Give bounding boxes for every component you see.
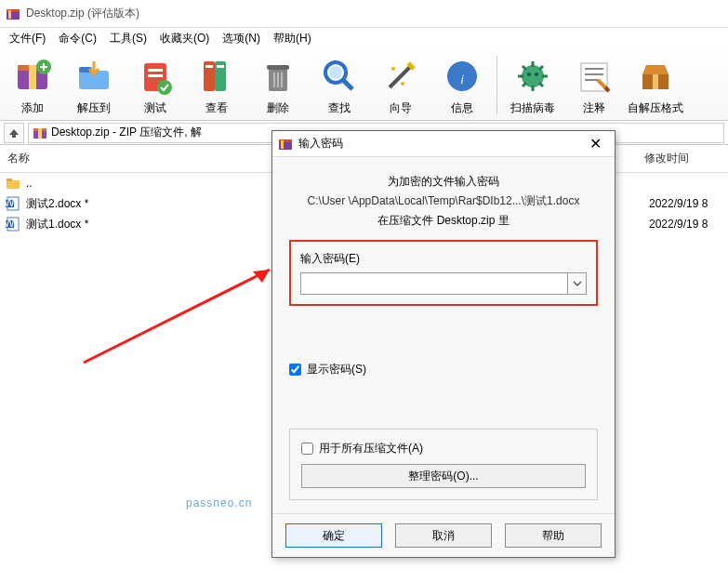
svg-rect-10 <box>148 69 163 72</box>
window-titlebar: Desktop.zip (评估版本) <box>0 0 728 28</box>
svg-point-29 <box>527 73 531 76</box>
svg-point-24 <box>391 67 395 71</box>
up-button[interactable] <box>4 123 24 143</box>
svg-rect-2 <box>8 10 11 19</box>
menu-bar: 文件(F) 命令(C) 工具(S) 收藏夹(O) 选项(N) 帮助(H) <box>0 28 728 48</box>
tool-find[interactable]: 查找 <box>309 52 369 118</box>
dialog-path: C:\User \AppData\Local\Temp\Rar$DIb12...… <box>289 193 598 209</box>
svg-rect-11 <box>148 74 163 77</box>
menu-command[interactable]: 命令(C) <box>53 29 102 48</box>
tool-virus-scan[interactable]: 扫描病毒 <box>502 52 563 118</box>
view-icon <box>194 54 239 99</box>
svg-point-25 <box>401 82 404 86</box>
close-button[interactable]: ✕ <box>581 135 609 152</box>
svg-rect-16 <box>217 65 224 68</box>
help-button[interactable]: 帮助 <box>505 523 602 548</box>
sfx-icon <box>633 54 678 99</box>
show-password-checkbox[interactable]: 显示密码(S) <box>289 362 598 377</box>
folder-icon <box>6 176 20 191</box>
test-icon <box>133 54 178 99</box>
use-all-checkbox[interactable]: 用于所有压缩文件(A) <box>301 441 586 456</box>
chevron-down-icon <box>573 279 582 288</box>
watermark: passneo.cn <box>186 496 252 509</box>
add-icon <box>10 54 55 99</box>
dialog-heading: 为加密的文件输入密码 <box>289 174 598 190</box>
svg-rect-5 <box>29 65 36 89</box>
app-icon <box>6 7 20 21</box>
use-all-check[interactable] <box>301 443 313 455</box>
docx-icon: W <box>6 217 20 231</box>
show-password-check[interactable] <box>289 364 301 376</box>
tool-info[interactable]: i 信息 <box>431 52 492 118</box>
file-mtime: 2022/9/19 8 <box>649 197 722 210</box>
svg-rect-21 <box>281 73 283 87</box>
file-mtime: 2022/9/19 8 <box>649 218 722 231</box>
menu-help[interactable]: 帮助(H) <box>268 29 317 48</box>
svg-text:W: W <box>6 217 15 230</box>
svg-point-12 <box>157 80 172 95</box>
docx-icon: W <box>6 196 20 211</box>
svg-marker-49 <box>253 270 270 283</box>
menu-tools[interactable]: 工具(S) <box>104 29 152 48</box>
password-dialog: 输入密码 ✕ 为加密的文件输入密码 C:\User \AppData\Local… <box>271 130 615 558</box>
find-icon <box>317 54 362 99</box>
app-icon <box>278 137 293 152</box>
password-dropdown[interactable] <box>568 272 587 295</box>
tool-add[interactable]: 添加 <box>2 52 62 118</box>
svg-rect-38 <box>7 179 12 181</box>
dialog-buttons: 确定 取消 帮助 <box>272 513 615 557</box>
svg-rect-18 <box>267 65 289 70</box>
cancel-button[interactable]: 取消 <box>395 523 492 548</box>
tool-delete[interactable]: 删除 <box>247 52 308 118</box>
tool-comment[interactable]: 注释 <box>563 52 624 118</box>
window-title: Desktop.zip (评估版本) <box>26 6 139 21</box>
extract-icon <box>72 54 116 99</box>
wizard-icon <box>378 54 423 99</box>
ok-button[interactable]: 确定 <box>285 523 382 548</box>
svg-rect-33 <box>653 74 658 89</box>
menu-options[interactable]: 选项(N) <box>217 29 266 48</box>
dialog-archive-line: 在压缩文件 Desktop.zip 里 <box>289 213 598 229</box>
dialog-title: 输入密码 <box>298 136 581 152</box>
col-mtime[interactable]: 修改时间 <box>637 145 728 172</box>
toolbar: 添加 解压到 测试 查看 删除 查找 向导 <box>0 48 728 121</box>
info-icon: i <box>440 54 484 99</box>
svg-line-48 <box>84 270 270 363</box>
highlight-box: 输入密码(E) <box>289 240 598 306</box>
svg-rect-47 <box>281 140 284 149</box>
tool-view[interactable]: 查看 <box>186 52 246 118</box>
delete-icon <box>256 54 300 99</box>
menu-favorites[interactable]: 收藏夹(O) <box>154 29 215 48</box>
svg-text:W: W <box>6 196 15 209</box>
options-group: 用于所有压缩文件(A) 整理密码(O)... <box>289 429 598 500</box>
svg-rect-36 <box>38 128 42 139</box>
virus-icon <box>510 54 555 99</box>
tool-extract-to[interactable]: 解压到 <box>63 52 124 118</box>
password-input[interactable] <box>300 272 568 295</box>
svg-point-30 <box>535 73 538 76</box>
annotation-arrow <box>74 251 288 381</box>
tool-test[interactable]: 测试 <box>125 52 185 118</box>
archive-icon <box>33 126 47 140</box>
dialog-titlebar: 输入密码 ✕ <box>272 131 615 157</box>
password-label: 输入密码(E) <box>300 251 587 267</box>
path-text: Desktop.zip - ZIP 压缩文件, 解 <box>51 125 202 140</box>
tool-wizard[interactable]: 向导 <box>370 52 430 118</box>
organize-passwords-button[interactable]: 整理密码(O)... <box>301 464 586 488</box>
svg-point-23 <box>329 66 342 79</box>
tool-sfx[interactable]: 自解压格式 <box>625 52 685 118</box>
svg-rect-15 <box>205 65 213 68</box>
svg-text:i: i <box>460 73 463 86</box>
svg-rect-20 <box>277 73 279 87</box>
svg-rect-19 <box>273 73 275 87</box>
comment-icon <box>572 54 616 99</box>
menu-file[interactable]: 文件(F) <box>4 29 51 48</box>
svg-rect-37 <box>7 180 20 189</box>
